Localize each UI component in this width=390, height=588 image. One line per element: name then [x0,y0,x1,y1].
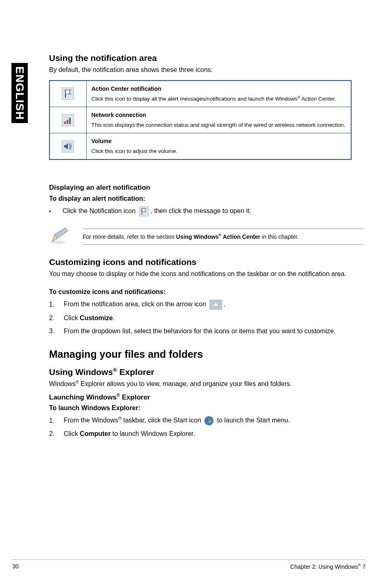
note-block: For more details, refer to the section U… [49,226,364,247]
language-tab: ENGLISH [11,63,28,123]
list-item: 3. From the dropdown list, select the be… [49,327,364,336]
row-desc: Click this icon to display all the alert… [92,96,336,102]
page-number: 30 [12,563,19,570]
row-desc: Click this icon to adjust the volume. [92,148,178,154]
svg-rect-5 [69,118,71,124]
managing-files-heading: Managing your files and folders [49,348,364,360]
list-item: 2. Click Customize. [49,314,364,323]
using-windows-explorer-heading: Using Windows® Explorer [49,367,364,377]
bullet-item: • Click the Notification icon , then cli… [49,206,364,216]
list-item: 1. From the Windows® taskbar, click the … [49,416,364,425]
to-customize-label: To customize icons and notifications: [49,288,364,296]
svg-rect-3 [64,121,66,124]
launching-explorer-heading: Launching Windows® Explorer [49,393,364,402]
section-heading-notification-area: Using the notification area [49,53,364,63]
table-row: Network connection This icon displays th… [49,107,351,133]
network-icon-cell [49,107,86,133]
page-content: Using the notification area By default, … [49,53,364,443]
flag-icon [62,88,74,100]
row-desc: This icon displays the connection status… [92,122,345,128]
volume-desc-cell: Volume Click this icon to adjust the vol… [86,133,351,160]
row-title: Network connection [92,111,346,119]
action-center-desc-cell: Action Center notification Click this ic… [86,81,351,107]
notification-icons-table: Action Center notification Click this ic… [49,80,352,160]
table-row: Volume Click this icon to adjust the vol… [49,133,351,160]
note-text: For more details, refer to the section U… [83,229,364,245]
list-item: 2. Click Computer to launch Windows Expl… [49,429,364,438]
action-center-icon-cell [49,81,86,107]
arrow-up-icon [210,300,222,310]
page-footer: 30 Chapter 2: Using Windows® 7 [12,559,365,570]
section1-intro: By default, the notification area shows … [49,65,364,74]
bullet-dot: • [49,208,51,215]
launch-steps-list: 1. From the Windows® taskbar, click the … [49,416,364,438]
table-row: Action Center notification Click this ic… [49,81,351,107]
to-launch-explorer-label: To launch Windows Explorer: [49,404,364,412]
volume-icon-cell [49,133,86,160]
customizing-icons-heading: Customizing icons and notifications [49,257,364,267]
flag-icon [139,206,149,216]
list-item: 1. From the notification area, click on … [49,300,364,310]
windows-start-icon [204,416,213,425]
pencil-icon [49,226,71,247]
customize-steps-list: 1. From the notification area, click on … [49,300,364,336]
explorer-intro: Windows® Explorer allows you to view, ma… [49,379,364,388]
bullet-text: Click the Notification icon , then click… [63,206,251,216]
to-display-alert-label: To display an alert notification: [49,195,364,202]
row-title: Volume [92,137,346,145]
row-title: Action Center notification [92,85,346,93]
section3-intro: You may choose to display or hide the ic… [49,269,364,278]
displaying-alert-heading: Displaying an alert notification [49,184,364,192]
network-icon [62,114,74,126]
speaker-icon [62,140,74,153]
network-desc-cell: Network connection This icon displays th… [86,107,351,133]
chapter-label: Chapter 2: Using Windows® 7 [290,563,365,570]
svg-rect-4 [67,120,68,124]
